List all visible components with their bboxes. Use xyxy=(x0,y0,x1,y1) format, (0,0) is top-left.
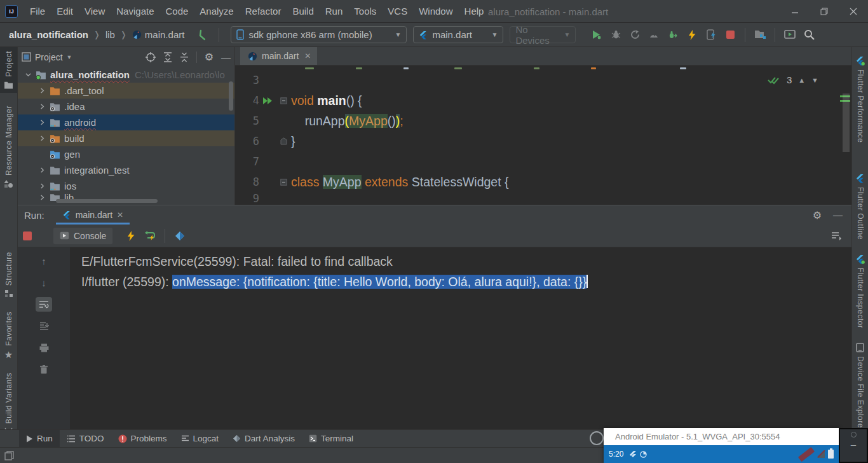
tree-row-idea[interactable]: .idea xyxy=(18,99,234,114)
coverage-button[interactable] xyxy=(625,26,644,44)
project-view-selector[interactable]: Project ▼ xyxy=(22,52,72,62)
expand-all-icon[interactable] xyxy=(163,52,172,62)
tree-chevron-icon[interactable] xyxy=(23,72,33,78)
tree-row-ios[interactable]: ios xyxy=(18,178,234,194)
project-structure-icon[interactable] xyxy=(750,26,770,44)
volume-down-icon[interactable]: – xyxy=(851,439,856,450)
tree-chevron-icon[interactable] xyxy=(37,167,47,173)
console-options-icon[interactable] xyxy=(831,232,841,240)
hot-restart-icon[interactable] xyxy=(140,227,159,245)
next-problem-icon[interactable]: ▼ xyxy=(811,76,818,84)
toolwindow-button-dart-analysis[interactable]: Dart Analysis xyxy=(226,430,302,448)
tree-chevron-icon[interactable] xyxy=(37,183,47,189)
device-selector-dropdown[interactable]: sdk gphone x86 arm (mobile) ▼ xyxy=(231,26,407,43)
toolwindow-button-todo[interactable]: TODO xyxy=(60,430,111,448)
breadcrumb-lib[interactable]: lib xyxy=(105,29,115,40)
close-tab-icon[interactable]: ✕ xyxy=(304,52,311,60)
menu-view[interactable]: View xyxy=(79,0,111,23)
inspections-widget[interactable]: 3 ▲ ▼ xyxy=(768,74,818,85)
stripe-button-flutter-outline[interactable]: Flutter Outline xyxy=(855,170,865,244)
tree-row-android[interactable]: android xyxy=(18,114,234,130)
code-line-3[interactable]: 3 xyxy=(235,70,851,90)
locate-file-icon[interactable] xyxy=(146,52,156,62)
editor-body[interactable]: 34void main() {5 runApp(MyApp());6}78cla… xyxy=(235,66,851,205)
menu-run[interactable]: Run xyxy=(320,0,349,23)
code-line-9[interactable]: 9 xyxy=(235,192,851,202)
power-icon[interactable] xyxy=(851,432,857,438)
menu-code[interactable]: Code xyxy=(159,0,194,23)
menu-window[interactable]: Window xyxy=(413,0,458,23)
hide-panel-icon[interactable]: — xyxy=(833,209,843,221)
android-emulator-window[interactable]: Android Emulator - 5.1_WVGA_API_30:5554 … xyxy=(604,428,839,463)
tree-row-alura-notification[interactable]: alura_notificationC:\Users\Leonardo\lo xyxy=(18,67,234,83)
code-line-8[interactable]: 8class MyApp extends StatelessWidget { xyxy=(235,172,851,192)
tree-row-dart-tool[interactable]: .dart_tool xyxy=(18,83,234,99)
prev-problem-icon[interactable]: ▲ xyxy=(798,76,805,84)
run-tab-main-dart[interactable]: main.dart ✕ xyxy=(56,205,130,225)
tree-chevron-icon[interactable] xyxy=(37,120,47,125)
up-stacktrace-icon[interactable]: ↑ xyxy=(36,254,52,268)
console-output[interactable]: E/FlutterFcmService(25599): Fatal: faile… xyxy=(70,247,851,429)
avd-manager-icon[interactable] xyxy=(780,26,799,44)
no-devices-dropdown[interactable]: No Devices ▼ xyxy=(510,26,576,43)
tree-row-build[interactable]: build xyxy=(18,130,234,146)
minimize-icon[interactable] xyxy=(780,0,810,23)
menu-build[interactable]: Build xyxy=(287,0,319,23)
console-tab[interactable]: Console xyxy=(53,228,112,244)
breadcrumb-file[interactable]: main.dart xyxy=(132,29,185,40)
project-scrollbar[interactable] xyxy=(229,81,233,111)
code-line-7[interactable]: 7 xyxy=(235,151,851,172)
stripe-button-device-file-explorer[interactable]: Device File Explorer xyxy=(856,339,865,434)
settings-gear-icon[interactable]: ⚙ xyxy=(205,51,214,63)
menu-vcs[interactable]: VCS xyxy=(382,0,413,23)
tree-row-integration-test[interactable]: integration_test xyxy=(18,162,234,178)
stripe-button-flutter-inspector[interactable]: Flutter Inspector xyxy=(855,251,865,332)
search-everywhere-icon[interactable] xyxy=(799,26,818,44)
tree-row-gen[interactable]: gen xyxy=(18,146,234,162)
tree-chevron-icon[interactable] xyxy=(37,135,47,141)
restore-icon[interactable] xyxy=(810,0,839,23)
tree-chevron-icon[interactable] xyxy=(37,104,47,109)
code-line-6[interactable]: 6} xyxy=(235,131,851,151)
toolwindow-button-run[interactable]: Run xyxy=(19,430,60,448)
down-stacktrace-icon[interactable]: ↓ xyxy=(36,275,52,290)
hide-panel-icon[interactable]: — xyxy=(221,52,231,62)
run-button[interactable] xyxy=(587,26,606,44)
stripe-button-project[interactable]: Project xyxy=(0,47,17,93)
scroll-to-end-icon[interactable] xyxy=(36,319,52,333)
menu-refactor[interactable]: Refactor xyxy=(240,0,287,23)
project-hscrollbar[interactable] xyxy=(56,199,158,203)
tree-chevron-icon[interactable] xyxy=(37,195,47,200)
toolwindow-button-logcat[interactable]: Logcat xyxy=(174,430,226,448)
profiler-button[interactable] xyxy=(644,26,663,44)
debug-button[interactable] xyxy=(606,26,625,44)
soft-wrap-icon[interactable] xyxy=(36,297,52,312)
stripe-button-favorites[interactable]: Favorites★ xyxy=(4,308,13,364)
flutter-attach-arrow-icon[interactable] xyxy=(194,26,214,44)
menu-tools[interactable]: Tools xyxy=(348,0,382,23)
tree-chevron-icon[interactable] xyxy=(37,88,47,93)
menu-file[interactable]: File xyxy=(24,0,51,23)
stop-button[interactable] xyxy=(721,26,740,44)
device-restart-button[interactable] xyxy=(702,26,721,44)
settings-gear-icon[interactable]: ⚙ xyxy=(813,209,822,221)
hot-reload-icon[interactable] xyxy=(121,227,140,245)
stripe-button-build-variants[interactable]: Build Variants xyxy=(4,369,13,438)
code-line-5[interactable]: 5 runApp(MyApp()); xyxy=(235,111,851,131)
stripe-button-structure[interactable]: Structure xyxy=(4,248,13,301)
toolwindow-button-terminal[interactable]: Terminal xyxy=(302,430,360,448)
menu-help[interactable]: Help xyxy=(459,0,490,23)
stripe-button-resource-manager[interactable]: Resource Manager xyxy=(4,102,13,192)
stop-process-button[interactable] xyxy=(23,232,32,240)
collapse-all-icon[interactable] xyxy=(180,52,189,62)
tool-window-switcher-icon[interactable] xyxy=(4,451,14,460)
console-line-1[interactable]: E/FlutterFcmService(25599): Fatal: faile… xyxy=(81,251,851,272)
print-icon[interactable] xyxy=(36,340,52,355)
close-icon[interactable] xyxy=(839,0,868,23)
menu-edit[interactable]: Edit xyxy=(51,0,79,23)
toolwindow-button-problems[interactable]: Problems xyxy=(111,430,174,448)
tab-main-dart[interactable]: main.dart ✕ xyxy=(240,47,317,65)
close-tab-icon[interactable]: ✕ xyxy=(117,211,123,219)
flutter-attach-button[interactable] xyxy=(663,26,682,44)
breadcrumb-project[interactable]: alura_notification xyxy=(9,29,88,40)
